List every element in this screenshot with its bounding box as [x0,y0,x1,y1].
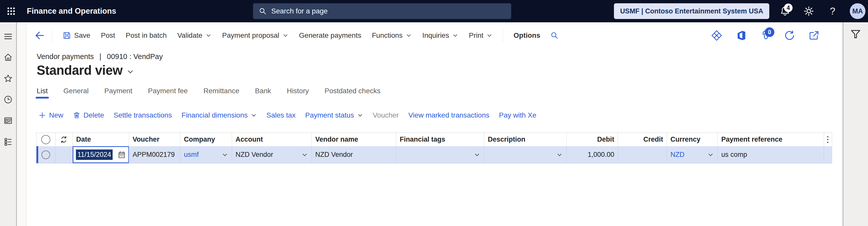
view-switcher[interactable]: Standard view [37,63,843,78]
settle-transactions-button[interactable]: Settle transactions [109,109,177,121]
payment-reference-cell[interactable]: us comp [718,146,824,163]
column-header-credit[interactable]: Credit [618,133,667,146]
view-marked-transactions-button[interactable]: View marked transactions [404,109,494,121]
tab-bank[interactable]: Bank [255,87,271,98]
functions-menu-button[interactable]: Functions [366,28,417,43]
user-avatar[interactable]: MA [850,3,865,19]
credit-cell[interactable] [618,146,667,163]
office-apps-button[interactable] [734,29,748,42]
print-menu-button[interactable]: Print [464,28,498,43]
environment-picker[interactable]: USMF | Contoso Entertainment System USA [614,3,769,19]
refresh-icon [784,30,795,41]
date-input[interactable]: 11/15/2024 [73,146,129,163]
tab-payment[interactable]: Payment [104,87,132,98]
voucher-cell[interactable]: APPM002179 [129,146,180,163]
vendor-name-cell[interactable]: NZD Vendor [312,146,396,163]
global-search-box[interactable]: Search for a page [253,3,511,19]
inquiries-menu-button[interactable]: Inquiries [417,28,464,43]
help-button[interactable]: ? [825,3,841,19]
settings-button[interactable] [801,3,817,19]
app-launcher-button[interactable] [0,0,22,22]
column-header-date[interactable]: Date [73,133,129,146]
company-cell[interactable]: usmf [180,146,232,163]
column-header-debit[interactable]: Debit [567,133,618,146]
currency-cell[interactable]: NZD [667,146,718,163]
calendar-icon[interactable] [118,151,126,159]
refresh-icon [59,135,68,144]
tab-payment-fee[interactable]: Payment fee [148,87,188,98]
row-checkbox[interactable] [41,150,50,159]
refresh-button[interactable] [783,29,796,42]
delete-button[interactable]: Delete [68,109,109,121]
breadcrumb-page[interactable]: Vendor payments [37,52,94,61]
chevron-down-icon [127,68,134,76]
chevron-down-icon[interactable] [474,151,480,158]
payment-proposal-menu-button[interactable]: Payment proposal [217,28,294,43]
column-header-currency[interactable]: Currency [667,133,718,146]
select-all-cell[interactable] [36,133,55,146]
sidebar-item-favorites[interactable] [0,68,17,89]
financial-tags-cell[interactable] [396,146,484,163]
tab-label: History [287,87,309,95]
validate-label: Validate [177,31,203,39]
payment-proposal-label: Payment proposal [222,31,279,39]
column-header-voucher[interactable]: Voucher [129,133,180,146]
notifications-button[interactable]: 4 [777,3,793,19]
power-platform-button[interactable] [710,29,723,42]
generate-payments-button[interactable]: Generate payments [294,28,367,43]
column-header-company[interactable]: Company [180,133,232,146]
row-select-cell[interactable] [36,146,55,163]
pay-with-xe-button[interactable]: Pay with Xe [494,109,541,121]
back-button[interactable] [33,28,47,43]
chevron-down-icon[interactable] [301,151,308,158]
column-header-payment-reference[interactable]: Payment reference [718,133,824,146]
options-button[interactable]: Options [508,28,546,43]
chevron-down-icon[interactable] [707,151,714,158]
new-button[interactable]: New [34,109,68,121]
debit-cell[interactable]: 1,000.00 [567,146,618,163]
select-all-checkbox[interactable] [41,135,50,144]
chevron-down-icon [486,32,492,38]
payment-row[interactable]: 11/15/2024 APPM002179 usmf NZD Ven [36,146,832,163]
grid-refresh-button[interactable] [55,133,73,146]
open-in-new-window-button[interactable] [807,29,820,42]
expand-navigation-button[interactable] [0,26,17,47]
company-value[interactable]: usmf [184,151,199,159]
sidebar-item-workspaces[interactable] [0,110,17,131]
save-button[interactable]: Save [57,28,96,43]
column-header-account[interactable]: Account [232,133,312,146]
attachments-button[interactable]: 0 [759,29,772,42]
currency-value[interactable]: NZD [670,151,685,159]
sidebar-item-recent[interactable] [0,89,17,110]
account-cell[interactable]: NZD Vendor [232,146,312,163]
column-header-vendor-name[interactable]: Vendor name [312,133,396,146]
filter-panel-button[interactable] [847,26,864,42]
app-title: Finance and Operations [27,7,116,16]
tab-remittance[interactable]: Remittance [204,87,239,98]
tab-list[interactable]: List [37,87,48,98]
validate-menu-button[interactable]: Validate [172,28,217,43]
tab-general[interactable]: General [64,87,89,98]
page-title: Standard view [37,63,122,78]
payment-status-menu-button[interactable]: Payment status [300,109,368,121]
action-pane-search-button[interactable] [546,31,563,40]
post-in-batch-button[interactable]: Post in batch [120,28,172,43]
divider [503,29,503,42]
tab-postdated-checks[interactable]: Postdated checks [324,87,380,98]
financial-dimensions-menu-button[interactable]: Financial dimensions [177,109,261,121]
post-button[interactable]: Post [96,28,120,43]
chevron-down-icon[interactable] [222,151,228,158]
chevron-down-icon[interactable] [556,151,563,158]
sales-tax-button[interactable]: Sales tax [262,109,300,121]
date-cell[interactable]: 11/15/2024 [73,146,129,163]
kebab-icon [827,135,829,144]
pay-with-xe-label: Pay with Xe [499,111,536,119]
grid-header-row: Date Voucher Company Account Vendor name… [36,133,832,146]
sidebar-item-modules[interactable] [0,131,17,152]
description-cell[interactable] [484,146,567,163]
column-header-description[interactable]: Description [484,133,567,146]
column-header-financial-tags[interactable]: Financial tags [396,133,484,146]
column-options-button[interactable] [824,133,832,146]
sidebar-item-home[interactable] [0,47,17,68]
tab-history[interactable]: History [287,87,309,98]
